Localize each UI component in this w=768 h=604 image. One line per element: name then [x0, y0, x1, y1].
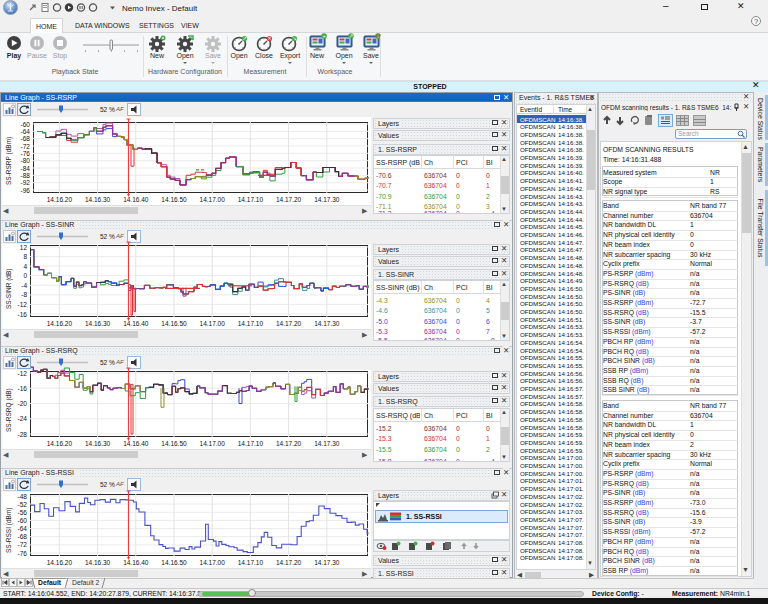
svg-text:↗: ↗ — [242, 35, 246, 41]
svg-text:✕: ✕ — [267, 35, 271, 41]
svg-text:↗: ↗ — [349, 33, 354, 39]
svg-text:↘: ↘ — [292, 35, 296, 41]
svg-text:+: + — [322, 33, 325, 39]
